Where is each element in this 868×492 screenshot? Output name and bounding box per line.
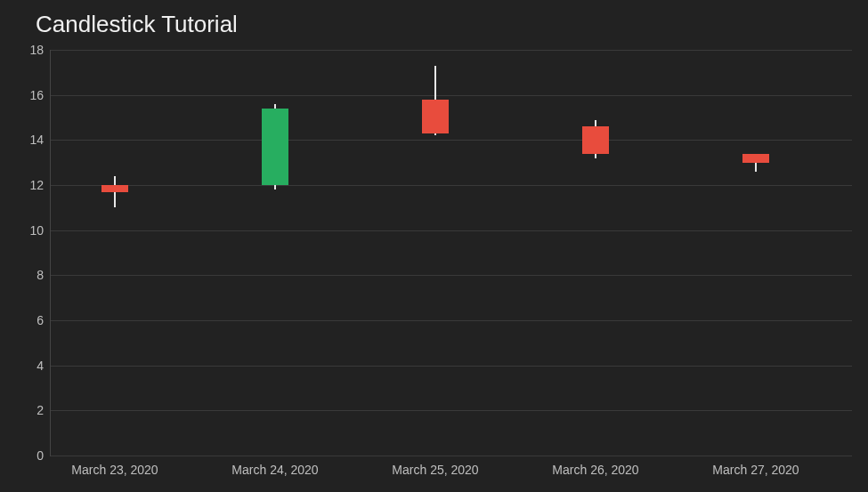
- candle: [371, 50, 531, 456]
- grid-line: [51, 456, 852, 456]
- x-tick-label: March 27, 2020: [712, 463, 799, 477]
- y-tick-label: 16: [29, 88, 44, 102]
- y-tick-label: 6: [37, 313, 44, 327]
- candle: [692, 50, 852, 456]
- y-tick-label: 10: [29, 223, 44, 238]
- plot-area: 024681012141618March 23, 2020March 24, 2…: [50, 50, 852, 456]
- y-tick-label: 2: [37, 403, 44, 417]
- y-tick-label: 12: [29, 178, 44, 192]
- y-tick-label: 8: [37, 268, 44, 282]
- x-tick-label: March 26, 2020: [552, 463, 638, 477]
- x-tick-label: March 24, 2020: [231, 463, 318, 477]
- y-tick-label: 18: [29, 43, 44, 57]
- candle: [211, 50, 371, 456]
- candle-body: [742, 154, 769, 163]
- y-tick-label: 14: [29, 133, 44, 147]
- y-tick-label: 4: [37, 359, 44, 373]
- candle: [51, 50, 211, 456]
- y-tick-label: 0: [37, 448, 44, 463]
- chart-title: Candlestick Tutorial: [36, 11, 238, 38]
- x-tick-label: March 23, 2020: [71, 463, 158, 477]
- x-tick-label: March 25, 2020: [392, 463, 478, 477]
- chart-container: Candlestick Tutorial 024681012141618Marc…: [0, 0, 868, 492]
- candle-body: [422, 100, 449, 133]
- candle-body: [262, 109, 288, 185]
- candle: [531, 50, 692, 456]
- candle-body: [101, 185, 128, 192]
- candle-body: [582, 126, 609, 153]
